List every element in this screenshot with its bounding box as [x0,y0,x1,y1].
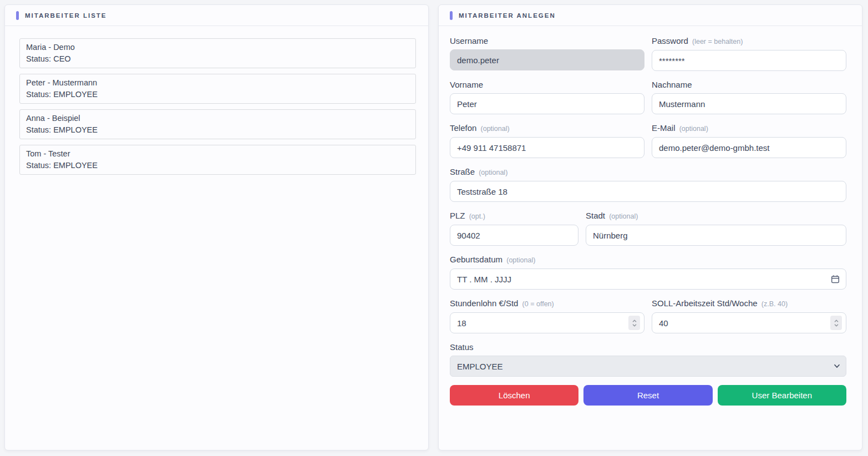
list-item[interactable]: Peter - MustermannStatus: EMPLOYEE [19,74,416,104]
employee-list: Maria - DemoStatus: CEOPeter - Musterman… [5,26,428,175]
vorname-input[interactable] [450,93,644,114]
username-label: Username [450,36,644,47]
plz-label: PLZ (opt.) [450,210,578,222]
password-label: Password (leer = behalten) [652,36,846,47]
stadt-hint: (optional) [609,212,638,220]
employee-status: Status: EMPLOYEE [26,124,409,136]
stundenlohn-hint: (0 = offen) [522,300,554,308]
status-select[interactable]: EMPLOYEE [450,356,846,377]
email-label: E-Mail (optional) [652,123,846,134]
panel-title: MITARBEITER LISTE [25,12,107,19]
status-label: Status [450,342,846,353]
telefon-input[interactable] [450,137,644,158]
employee-form: Username Password (leer = behalten) Vorn… [439,26,862,406]
employee-name: Tom - Tester [26,148,409,160]
email-hint: (optional) [679,125,708,133]
stadt-input[interactable] [586,225,846,246]
stundenlohn-label: Stundenlohn €/Std (0 = offen) [450,298,644,310]
create-employee-panel: MITARBEITER ANLEGEN Username Password (l… [438,4,862,450]
strasse-input[interactable] [450,181,846,202]
password-hint: (leer = behalten) [692,38,743,45]
employee-list-panel: MITARBEITER LISTE Maria - DemoStatus: CE… [4,4,429,450]
nachname-label: Nachname [652,79,846,90]
email-input[interactable] [652,137,846,158]
employee-status: Status: EMPLOYEE [26,160,409,171]
panel-header: MITARBEITER LISTE [5,5,428,26]
employee-status: Status: EMPLOYEE [26,89,409,100]
list-item[interactable]: Anna - BeispielStatus: EMPLOYEE [19,109,416,139]
telefon-label: Telefon (optional) [450,123,644,134]
edit-user-button[interactable]: User Bearbeiten [718,385,846,406]
delete-button[interactable]: Löschen [450,385,578,406]
geburtsdatum-label: Geburtsdatum (optional) [450,254,846,266]
list-item[interactable]: Tom - TesterStatus: EMPLOYEE [19,145,416,175]
arbeitszeit-input[interactable] [652,312,846,333]
username-input [450,49,644,70]
arbeitszeit-label: SOLL-Arbeitszeit Std/Woche (z.B. 40) [652,298,846,310]
number-spinner-icon[interactable] [628,316,640,330]
telefon-hint: (optional) [481,125,510,133]
employee-name: Anna - Beispiel [26,113,409,124]
vorname-label: Vorname [450,79,644,90]
strasse-label: Straße (optional) [450,166,846,178]
nachname-input[interactable] [652,93,846,114]
stundenlohn-input[interactable] [450,312,644,333]
panel-accent-bar [16,11,19,20]
employee-name: Peter - Mustermann [26,77,409,89]
stadt-label: Stadt (optional) [586,210,846,222]
number-spinner-icon[interactable] [830,316,842,330]
plz-hint: (opt.) [469,212,485,220]
list-item[interactable]: Maria - DemoStatus: CEO [19,38,416,68]
employee-name: Maria - Demo [26,42,409,53]
panel-accent-bar [450,11,453,20]
calendar-icon[interactable] [831,275,840,283]
panel-title: MITARBEITER ANLEGEN [459,12,556,19]
password-input[interactable] [652,50,846,71]
strasse-hint: (optional) [479,169,507,176]
reset-button[interactable]: Reset [583,385,712,406]
geburtsdatum-input[interactable] [450,268,846,290]
arbeitszeit-hint: (z.B. 40) [762,300,788,308]
panel-header: MITARBEITER ANLEGEN [439,5,862,26]
plz-input[interactable] [450,225,578,246]
form-actions: Löschen Reset User Bearbeiten [450,385,846,406]
employee-status: Status: CEO [26,53,409,65]
geburtsdatum-hint: (optional) [506,256,535,264]
